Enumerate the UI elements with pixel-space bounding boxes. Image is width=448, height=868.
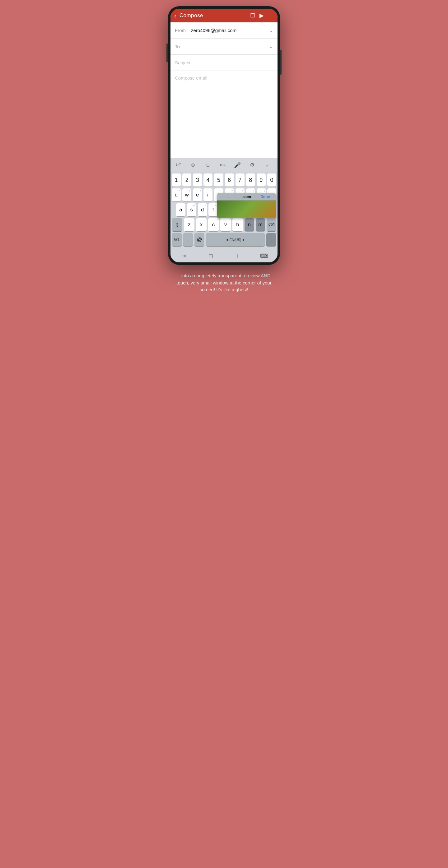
top-bar: ‹ Compose ☐ ▶ ⋮ [171, 9, 277, 22]
subject-placeholder: Subject [175, 60, 190, 65]
keyboard-toolbar: ↻T ☺ ◻ GIF 🎤 ⚙ ⌄ [171, 158, 277, 172]
nav-keyboard-icon[interactable]: ⌨ [257, 249, 271, 263]
nav-down-icon[interactable]: ↓ [231, 249, 244, 263]
key-at[interactable]: @ [195, 233, 204, 246]
back-icon[interactable]: ‹ [174, 12, 176, 19]
key-6[interactable]: 6 [225, 174, 234, 187]
number-row: 1 2 3 4 5 6 7 8 9 0 [172, 174, 276, 187]
delete-key[interactable]: ⌫ [267, 218, 276, 231]
chevron-down-icon[interactable]: ⌄ [260, 162, 275, 168]
key-c[interactable]: c" [208, 218, 219, 231]
from-label: From [175, 28, 191, 33]
to-label: To [175, 44, 191, 49]
settings-icon[interactable]: ⚙ [245, 162, 260, 168]
caption-text: ...into a completely transparent, on vie… [163, 272, 285, 293]
translate-icon[interactable]: ↻T [174, 163, 183, 167]
top-bar-left: ‹ Compose [174, 12, 203, 19]
key-w[interactable]: w× [182, 188, 191, 202]
key-f[interactable]: f% [208, 203, 218, 216]
key-period[interactable]: . [266, 233, 276, 246]
key-e[interactable]: e÷ [193, 188, 202, 202]
to-row: To ⌄ [171, 38, 277, 55]
subject-row[interactable]: Subject [171, 55, 277, 71]
key-b[interactable]: b [232, 218, 243, 231]
key-m[interactable]: m? [256, 218, 265, 231]
key-d[interactable]: d# [198, 203, 207, 216]
page-wrapper: ‹ Compose ☐ ▶ ⋮ From zero4096@gmail.com … [163, 0, 285, 306]
email-form: From zero4096@gmail.com ⌄ To ⌄ Subject C… [171, 22, 277, 158]
key-9[interactable]: 9 [257, 174, 266, 187]
key-7[interactable]: 7 [236, 174, 244, 187]
key-4[interactable]: 4 [204, 174, 212, 187]
suggestion-image [217, 200, 276, 218]
key-8[interactable]: 8 [246, 174, 255, 187]
toolbar-separator [183, 161, 183, 169]
bottom-nav: ⇥ ◻ ↓ ⌨ [171, 249, 277, 262]
key-comma[interactable]: , [183, 233, 193, 246]
key-r[interactable]: r= [204, 188, 212, 202]
key-space[interactable]: ◄ EN(US) ► [206, 233, 265, 246]
nav-square-icon[interactable]: ◻ [204, 249, 217, 263]
key-a[interactable]: a! [176, 203, 185, 216]
gif-icon[interactable]: GIF [215, 163, 230, 167]
shift-key[interactable]: ⇧ [172, 218, 182, 231]
top-bar-icons: ☐ ▶ ⋮ [250, 12, 274, 19]
to-chevron-icon[interactable]: ⌄ [269, 43, 273, 50]
nav-tab-icon[interactable]: ⇥ [177, 249, 191, 263]
from-value[interactable]: zero4096@gmail.com [191, 23, 269, 37]
mic-icon[interactable]: 🎤 [230, 162, 245, 168]
key-3[interactable]: 3 [193, 174, 202, 187]
compose-area[interactable]: Compose email [171, 71, 277, 158]
key-v[interactable]: v' [220, 218, 231, 231]
key-x[interactable]: x− [196, 218, 207, 231]
emoji-icon[interactable]: ☺ [186, 162, 201, 168]
send-icon[interactable]: ▶ [260, 12, 264, 19]
key-5[interactable]: 5 [214, 174, 223, 187]
key-z[interactable]: z [184, 218, 195, 231]
phone-shell: ‹ Compose ☐ ▶ ⋮ From zero4096@gmail.com … [168, 6, 280, 265]
key-special[interactable]: !#1 [172, 233, 182, 246]
key-row-3: ⇧ z x− c" v' b n m? ⌫ . [172, 218, 276, 231]
sticker-icon[interactable]: ◻ [201, 163, 216, 167]
key-s[interactable]: s@ [187, 203, 196, 216]
to-input[interactable] [191, 42, 269, 51]
suggestion-com[interactable]: .com [237, 195, 256, 199]
key-0[interactable]: 0 [267, 174, 276, 187]
key-n[interactable]: n [244, 218, 254, 231]
more-icon[interactable]: ⋮ [268, 12, 274, 19]
compose-title: Compose [180, 12, 203, 19]
keyboard: 1 2 3 4 5 6 7 8 9 0 q+ w× e÷ r= [171, 172, 277, 249]
key-q[interactable]: q+ [172, 188, 181, 202]
attach-icon[interactable]: ☐ [250, 12, 255, 19]
from-row: From zero4096@gmail.com ⌄ [171, 22, 277, 38]
key-1[interactable]: 1 [172, 174, 181, 187]
from-chevron-icon[interactable]: ⌄ [269, 27, 273, 33]
phone-screen: ‹ Compose ☐ ▶ ⋮ From zero4096@gmail.com … [171, 9, 277, 262]
bottom-key-row: !#1 , @ ◄ EN(US) ► . [172, 233, 276, 246]
suggestion-done[interactable]: Done [256, 195, 274, 199]
suggestion-popup: . .com Done [217, 193, 276, 218]
key-2[interactable]: 2 [182, 174, 191, 187]
suggestion-period[interactable]: . [219, 195, 237, 199]
compose-placeholder: Compose email [175, 75, 207, 81]
